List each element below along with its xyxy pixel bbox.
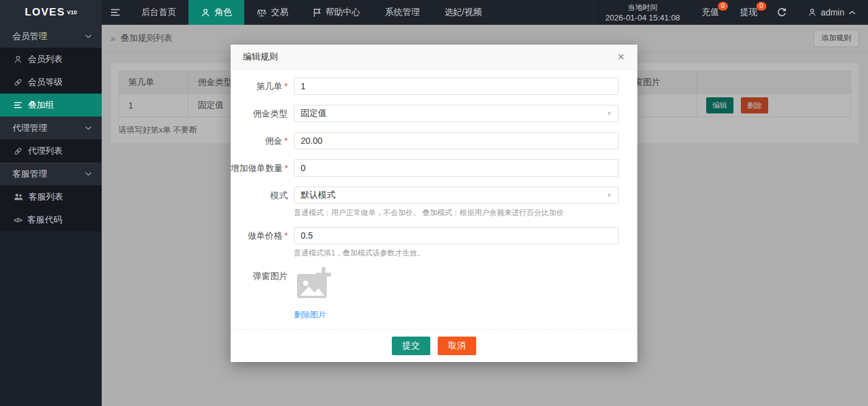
- nav-item-system[interactable]: 系统管理: [373, 0, 432, 25]
- main-menu: 后台首页 角色 交易 帮: [129, 0, 494, 25]
- field-label: 佣金类型: [253, 108, 288, 118]
- form-row-popup-image: 弹窗图片 删除图片: [231, 267, 637, 320]
- chevron-up-icon: [849, 11, 856, 15]
- sidebar-item-service-code[interactable]: </> 客服代码: [0, 208, 102, 231]
- sidebar-section-agent-management[interactable]: 代理管理: [0, 117, 102, 139]
- sidebar-item-label: 客服代码: [27, 214, 62, 226]
- sidebar-section-label: 会员管理: [12, 31, 47, 42]
- field-label: 佣金: [265, 136, 283, 146]
- nav-item-trade[interactable]: 交易: [244, 0, 301, 25]
- user-icon: [14, 55, 22, 64]
- sidebar-section-service-management[interactable]: 客服管理: [0, 162, 102, 185]
- field-label: 第几单: [257, 81, 283, 91]
- chevron-down-icon: [85, 34, 92, 38]
- link-icon: [14, 78, 22, 87]
- field-label: 弹窗图片: [253, 271, 288, 281]
- chevron-down-icon: ▼: [606, 110, 612, 117]
- nav-item-roles[interactable]: 角色: [188, 0, 244, 25]
- modal-title: 编辑规则: [243, 51, 278, 63]
- order-no-input[interactable]: [294, 77, 619, 95]
- sidebar-section-label: 客服管理: [12, 169, 47, 180]
- nav-item-help-center[interactable]: 帮助中心: [301, 0, 373, 25]
- nav-item-label: 系统管理: [385, 7, 420, 18]
- code-icon: </>: [14, 216, 22, 224]
- order-price-help-text: 普通模式填1，叠加模式该参数才生效。: [294, 249, 619, 257]
- select-value: 固定值: [301, 108, 327, 119]
- withdraw-button[interactable]: 提现 0: [730, 0, 768, 25]
- chevron-down-icon: [85, 126, 92, 130]
- form-row-commission: 佣金*: [231, 132, 637, 149]
- withdraw-badge: 0: [756, 2, 766, 11]
- submit-button[interactable]: 提交: [392, 337, 430, 355]
- flag-icon: [313, 8, 321, 17]
- image-add-icon: [294, 267, 332, 301]
- refresh-icon: [777, 7, 787, 17]
- required-mark: *: [285, 231, 288, 241]
- select-value: 默认模式: [301, 190, 335, 201]
- sidebar-item-service-list[interactable]: 客服列表: [0, 185, 102, 208]
- form-row-commission-type: 佣金类型 固定值 ▼: [231, 105, 637, 122]
- link-icon: [14, 147, 22, 156]
- sidebar-item-agent-list[interactable]: 代理列表: [0, 139, 102, 162]
- sidebar-item-member-level[interactable]: 会员等级: [0, 71, 102, 94]
- commission-type-select[interactable]: 固定值 ▼: [294, 105, 619, 122]
- sidebar-section-label: 代理管理: [12, 123, 47, 134]
- list-icon: [14, 102, 22, 108]
- recharge-label: 充值: [702, 7, 719, 18]
- chevron-down-icon: [85, 172, 92, 176]
- image-upload-placeholder[interactable]: [294, 267, 332, 301]
- field-label: 模式: [270, 190, 288, 200]
- user-name: admin: [821, 7, 844, 17]
- app-logo-text: LOVES: [25, 6, 65, 19]
- modal-header: 编辑规则 ✕: [231, 45, 637, 69]
- order-price-input[interactable]: [294, 227, 619, 244]
- refresh-button[interactable]: [768, 0, 795, 25]
- hamburger-icon: [110, 9, 120, 16]
- nav-item-video[interactable]: 选妃/视频: [432, 0, 494, 25]
- sidebar: 会员管理 会员列表 会员等级 叠加组 代理管理: [0, 25, 102, 406]
- local-time-label: 当地时间: [628, 2, 658, 12]
- required-mark: *: [285, 81, 288, 91]
- field-label: 做单价格: [248, 231, 283, 241]
- sidebar-toggle-button[interactable]: [102, 0, 129, 25]
- top-navbar: LOVESV10 后台首页 角色: [0, 0, 868, 25]
- form-row-add-order-count: 增加做单数量*: [231, 159, 637, 177]
- close-icon[interactable]: ✕: [617, 51, 625, 63]
- form-row-mode: 模式 默认模式 ▼ 普通模式：用户正常做单，不会加价。 叠加模式：根据用户余额来…: [231, 187, 637, 217]
- recharge-button[interactable]: 充值 0: [691, 0, 730, 25]
- sidebar-item-label: 会员列表: [28, 54, 63, 65]
- local-time-value: 2026-01-04 15:41:08: [605, 12, 680, 23]
- sidebar-section-member-management[interactable]: 会员管理: [0, 25, 102, 48]
- scales-icon: [257, 8, 267, 17]
- navbar-right: 当地时间 2026-01-04 15:41:08 充值 0 提现 0 adm: [593, 0, 868, 25]
- sidebar-item-label: 客服列表: [29, 192, 63, 203]
- field-label: 增加做单数量: [231, 163, 283, 173]
- nav-item-dashboard[interactable]: 后台首页: [129, 0, 188, 25]
- user-icon: [808, 8, 817, 17]
- form-row-order-no: 第几单*: [231, 77, 637, 95]
- cancel-button[interactable]: 取消: [438, 337, 476, 355]
- nav-item-label: 选妃/视频: [445, 7, 482, 18]
- delete-image-link[interactable]: 删除图片: [294, 309, 326, 320]
- form-row-order-price: 做单价格* 普通模式填1，叠加模式该参数才生效。: [231, 227, 637, 257]
- commission-input[interactable]: [294, 132, 619, 149]
- sidebar-item-label: 叠加组: [28, 100, 54, 111]
- mode-select[interactable]: 默认模式 ▼: [294, 187, 619, 204]
- sidebar-item-member-list[interactable]: 会员列表: [0, 48, 102, 71]
- sidebar-item-stack-group[interactable]: 叠加组: [0, 94, 102, 117]
- nav-item-label: 帮助中心: [326, 7, 360, 18]
- nav-item-label: 角色: [215, 7, 232, 18]
- withdraw-label: 提现: [740, 7, 758, 18]
- users-icon: [14, 193, 23, 201]
- recharge-badge: 0: [718, 2, 728, 11]
- local-time: 当地时间 2026-01-04 15:41:08: [593, 0, 691, 25]
- user-menu[interactable]: admin: [795, 0, 868, 25]
- chevron-down-icon: ▼: [606, 192, 612, 198]
- add-order-count-input[interactable]: [294, 159, 619, 177]
- sidebar-item-label: 代理列表: [28, 146, 63, 157]
- modal-body: 第几单* 佣金类型 固定值 ▼ 佣金* 增加做单数量*: [231, 69, 637, 320]
- mode-help-text: 普通模式：用户正常做单，不会加价。 叠加模式：根据用户余额来进行百分比加价: [294, 208, 619, 217]
- user-icon: [201, 8, 210, 17]
- app-logo[interactable]: LOVESV10: [0, 0, 102, 25]
- required-mark: *: [285, 163, 288, 173]
